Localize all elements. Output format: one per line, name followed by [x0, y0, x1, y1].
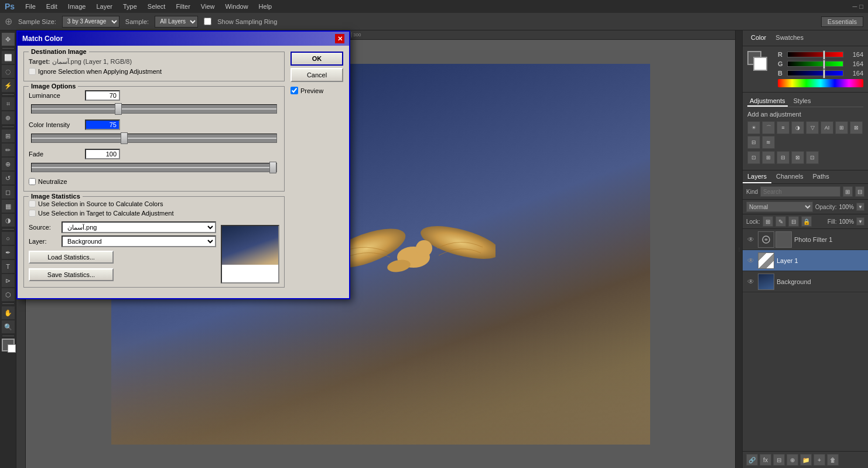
neutralize-checkbox[interactable]: [29, 178, 36, 185]
red-slider-thumb[interactable]: [823, 50, 825, 60]
use-selection-target-checkbox[interactable]: [29, 210, 36, 217]
layer-adj-btn[interactable]: ⊕: [787, 454, 798, 466]
green-slider-thumb[interactable]: [823, 60, 825, 69]
use-selection-source-checkbox[interactable]: [29, 200, 36, 207]
layer-options-btn[interactable]: ⊟: [855, 186, 864, 197]
sample-select[interactable]: All Layers: [155, 16, 198, 28]
invert-adj-btn[interactable]: ⊡: [747, 151, 760, 164]
opacity-dropdown-btn[interactable]: ▼: [856, 203, 864, 211]
bw-adj-btn[interactable]: ⊠: [850, 121, 863, 134]
brush-tool[interactable]: ✏: [2, 144, 15, 156]
layer-item[interactable]: 👁 Background: [743, 271, 868, 292]
layer-group-btn[interactable]: 📁: [800, 454, 812, 466]
maximize-btn[interactable]: □: [859, 3, 863, 10]
brightness-adj-btn[interactable]: ☀: [747, 121, 760, 134]
path-tool[interactable]: ⊳: [2, 274, 15, 287]
text-tool[interactable]: T: [2, 260, 15, 273]
layer-select[interactable]: Background: [61, 235, 216, 247]
layers-search-input[interactable]: [760, 186, 840, 197]
layer-item[interactable]: 👁 Layer 1: [743, 250, 868, 271]
menu-edit[interactable]: Edit: [42, 2, 62, 11]
luminance-slider[interactable]: [31, 104, 277, 114]
channelmixer-adj-btn[interactable]: ≋: [762, 136, 775, 149]
minimize-btn[interactable]: ─: [853, 3, 857, 10]
fg-bg-colors[interactable]: [747, 51, 768, 72]
color-intensity-slider[interactable]: [31, 134, 277, 143]
tab-layers[interactable]: Layers: [743, 170, 771, 183]
foreground-color-swatch[interactable]: [2, 339, 15, 351]
layer-visibility-toggle[interactable]: 👁: [746, 277, 756, 286]
dialog-close-button[interactable]: ✕: [335, 34, 344, 43]
pen-tool[interactable]: ✒: [2, 246, 15, 259]
menu-help[interactable]: Help: [254, 2, 277, 11]
posterize-adj-btn[interactable]: ⊞: [762, 151, 775, 164]
tab-color[interactable]: Color: [747, 33, 770, 43]
source-select[interactable]: آسمان.png: [61, 221, 216, 233]
fade-slider[interactable]: [31, 163, 277, 172]
lasso-tool[interactable]: ◌: [2, 65, 15, 78]
levels-adj-btn[interactable]: ≡: [777, 121, 790, 134]
lock-position-btn[interactable]: ✎: [775, 216, 786, 227]
tab-adjustments[interactable]: Adjustments: [747, 96, 788, 107]
color-spectrum-bar[interactable]: [778, 79, 863, 87]
layer-link-btn[interactable]: 🔗: [746, 454, 758, 466]
layer-effect-btn[interactable]: fx: [760, 454, 771, 466]
quick-select-tool[interactable]: ⚡: [2, 79, 15, 92]
gradientmap-adj-btn[interactable]: ⊡: [806, 151, 819, 164]
lock-pixels-btn[interactable]: ⊞: [763, 216, 773, 227]
sample-size-select[interactable]: 3 by 3 Average: [62, 16, 119, 28]
background-color[interactable]: [753, 57, 767, 71]
blue-slider-thumb[interactable]: [823, 69, 825, 78]
vibrance-adj-btn[interactable]: AI: [821, 121, 833, 134]
tab-styles[interactable]: Styles: [791, 96, 814, 107]
show-sampling-ring-checkbox[interactable]: [204, 18, 211, 25]
shape-tool[interactable]: ⬡: [2, 288, 15, 301]
blend-mode-select[interactable]: Normal: [746, 201, 813, 212]
selectivecolor-adj-btn[interactable]: ⊠: [791, 151, 804, 164]
delete-layer-btn[interactable]: 🗑: [827, 454, 839, 466]
gradient-tool[interactable]: ▦: [2, 200, 15, 213]
menu-file[interactable]: File: [20, 2, 40, 11]
ok-button[interactable]: OK: [291, 52, 343, 66]
layer-visibility-toggle[interactable]: 👁: [746, 256, 756, 265]
history-tool[interactable]: ↺: [2, 172, 15, 185]
preview-checkbox[interactable]: [291, 87, 298, 94]
photofilter-adj-btn[interactable]: ⊟: [747, 136, 760, 149]
layer-filter-btn[interactable]: ⊞: [843, 186, 852, 197]
menu-layer[interactable]: Layer: [91, 2, 117, 11]
move-tool[interactable]: ✥: [2, 33, 15, 46]
threshold-adj-btn[interactable]: ⊟: [777, 151, 790, 164]
cancel-button[interactable]: Cancel: [291, 68, 343, 82]
dodge-tool[interactable]: ○: [2, 232, 15, 245]
luminance-input[interactable]: 70: [85, 90, 120, 101]
fill-dropdown-btn[interactable]: ▼: [856, 217, 864, 226]
hue-adj-btn[interactable]: ▽: [806, 121, 819, 134]
essentials-button[interactable]: Essentials: [821, 16, 863, 27]
tab-paths[interactable]: Paths: [808, 170, 834, 183]
blur-tool[interactable]: ◑: [2, 214, 15, 227]
eyedropper-tool[interactable]: ⊕: [2, 111, 15, 124]
load-statistics-button[interactable]: Load Statistics...: [29, 251, 114, 264]
marquee-tool[interactable]: ⬜: [2, 51, 15, 64]
healing-tool[interactable]: ⊞: [2, 129, 15, 142]
exposure-adj-btn[interactable]: ◑: [791, 121, 804, 134]
layer-mask-btn[interactable]: ⊟: [773, 454, 785, 466]
crop-tool[interactable]: ⌗: [2, 97, 15, 110]
new-layer-btn[interactable]: +: [814, 454, 825, 466]
layer-item[interactable]: 👁 Photo Filter 1: [743, 229, 868, 250]
hand-tool[interactable]: ✋: [2, 306, 15, 319]
tab-channels[interactable]: Channels: [771, 170, 808, 183]
eraser-tool[interactable]: ◻: [2, 186, 15, 199]
resize-handle[interactable]: ⋮: [735, 30, 742, 468]
menu-view[interactable]: View: [196, 2, 220, 11]
menu-image[interactable]: Image: [63, 2, 91, 11]
curves-adj-btn[interactable]: ⌒: [762, 121, 775, 134]
background-color-swatch[interactable]: [8, 344, 16, 353]
save-statistics-button[interactable]: Save Statistics...: [29, 268, 114, 281]
lock-all-btn[interactable]: 🔒: [801, 216, 812, 227]
menu-select[interactable]: Select: [143, 2, 170, 11]
clone-tool[interactable]: ⊕: [2, 158, 15, 170]
color-intensity-input[interactable]: [85, 119, 120, 130]
zoom-tool[interactable]: 🔍: [2, 320, 15, 333]
menu-filter[interactable]: Filter: [171, 2, 194, 11]
